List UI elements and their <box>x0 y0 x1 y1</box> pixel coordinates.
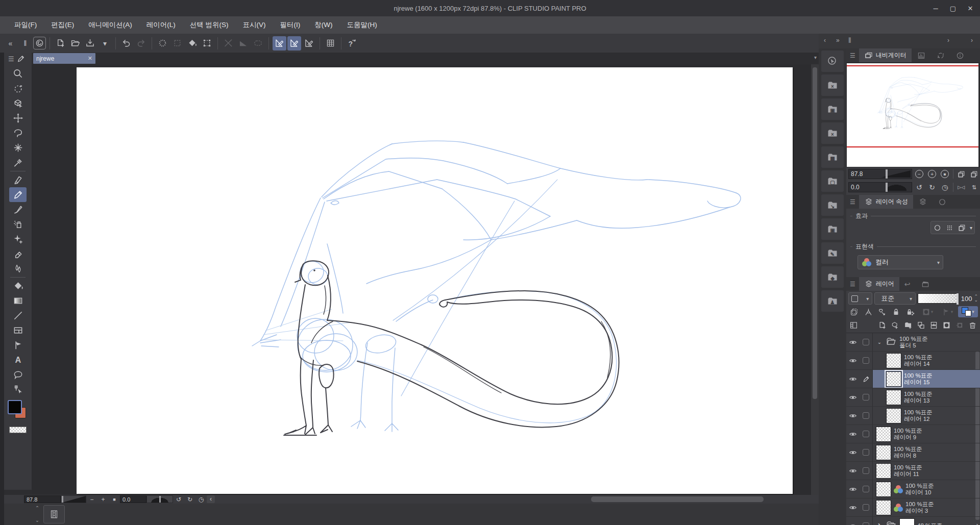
panel-collapse-left-icon[interactable]: ‹ <box>824 37 826 44</box>
fill-tool[interactable] <box>9 279 27 293</box>
navigator-panel-menu-icon[interactable]: ☰ <box>846 52 859 59</box>
layer-checkbox[interactable] <box>860 333 873 351</box>
horizontal-scrollbar-thumb[interactable] <box>591 496 764 502</box>
canvas-tab[interactable]: njrewe ✕ <box>33 53 95 64</box>
text-tool[interactable] <box>9 353 27 367</box>
tab-layer[interactable]: 레이어 <box>859 277 899 291</box>
tab-tool-nav[interactable] <box>933 195 952 209</box>
rotate-canvas-tool[interactable] <box>9 81 27 96</box>
layer-visibility-eye-icon[interactable] <box>846 498 860 516</box>
navigator-flip-copy2-icon[interactable] <box>968 168 980 180</box>
help-icon[interactable] <box>345 36 359 51</box>
layer-row[interactable]: ⌄100 %표준폴더 5 <box>846 333 980 352</box>
tab-layer-property[interactable]: 레이어 속성 <box>859 195 913 209</box>
material-pose-icon[interactable]: ♟ <box>821 290 844 312</box>
layer-checkbox[interactable] <box>860 480 873 498</box>
layer-checkbox[interactable] <box>860 388 873 406</box>
brush-tool[interactable] <box>9 202 27 217</box>
zoom-slider-handle[interactable] <box>62 496 63 503</box>
navigator-zoom-in-icon[interactable]: + <box>926 168 938 180</box>
ruler-layer-icon[interactable] <box>862 306 874 317</box>
collapse-statusbar-icon[interactable]: ‹ <box>207 495 215 503</box>
deselect-icon[interactable] <box>156 36 169 51</box>
blend-mode-dropdown[interactable]: 표준 ▾ <box>874 292 916 305</box>
folder-collapse-chevron-icon[interactable]: ❯ <box>876 523 883 525</box>
gradient-tool[interactable] <box>9 293 27 308</box>
tab-layer-search[interactable] <box>913 195 933 209</box>
rotate-cw-button[interactable]: ↻ <box>184 496 195 503</box>
new-vector-layer-icon[interactable] <box>890 319 900 331</box>
enable-mask-icon[interactable]: ▾ <box>918 306 936 317</box>
tool-palette-menu-icon[interactable]: ☰ <box>8 55 14 63</box>
merge-with-lower-layer-icon[interactable] <box>928 319 939 331</box>
effect-dropdown-chevron-icon[interactable]: ▾ <box>970 225 972 231</box>
layer-visibility-eye-icon[interactable] <box>846 370 860 388</box>
navigator-rotation-field[interactable]: 0.0 <box>848 182 912 192</box>
minimize-button[interactable]: ─ <box>928 2 943 15</box>
scale-rotate-icon[interactable] <box>200 36 214 51</box>
layer-visibility-eye-icon[interactable] <box>846 443 860 461</box>
navigator-flip-horizontal-icon[interactable]: ▷◁ <box>955 182 967 193</box>
layer-editing-pencil-icon[interactable] <box>860 370 873 388</box>
object-tool[interactable] <box>9 96 27 111</box>
layer-visibility-eye-icon[interactable] <box>846 425 860 443</box>
layer-visibility-eye-icon[interactable] <box>846 333 860 351</box>
menu-item-4[interactable]: 선택 범위(S) <box>183 16 236 34</box>
zoom-slider[interactable] <box>61 495 86 503</box>
layer-reflect-icon[interactable] <box>958 223 966 232</box>
pencil-tool[interactable] <box>9 187 27 202</box>
layer-row[interactable]: 100 %표준레이어 9 <box>846 425 980 443</box>
navigator-flip-vertical-icon[interactable]: ⇅ <box>968 182 980 193</box>
reselect-icon[interactable] <box>170 36 184 51</box>
rotation-slider-handle[interactable] <box>159 496 161 503</box>
menu-item-1[interactable]: 편집(E) <box>44 16 81 34</box>
lock-transparent-pixels-icon[interactable] <box>904 306 916 317</box>
navigator-flip-copy-icon[interactable] <box>955 168 967 180</box>
material-frame-icon[interactable]: ▢ <box>821 170 844 192</box>
layer-panel-menu-icon[interactable]: ☰ <box>846 281 859 288</box>
layer-thumbnail[interactable] <box>886 371 901 387</box>
redo-icon[interactable] <box>134 36 148 51</box>
menu-item-0[interactable]: 파일(F) <box>7 16 44 34</box>
material-image2-icon[interactable]: ▣ <box>821 218 844 240</box>
layer-checkbox[interactable] <box>860 425 873 443</box>
layer-thumbnail[interactable] <box>886 353 901 368</box>
tab-subview[interactable] <box>931 48 950 62</box>
layer-visibility-eye-icon[interactable] <box>846 388 860 406</box>
layer-checkbox[interactable] <box>860 517 873 525</box>
selection-tool[interactable] <box>9 126 27 140</box>
canvas-horizontal-scrollbar[interactable] <box>215 495 819 504</box>
menu-item-6[interactable]: 필터(I) <box>273 16 308 34</box>
layer-visibility-eye-icon[interactable] <box>846 352 860 369</box>
rotate-ccw-button[interactable]: ↺ <box>173 496 184 503</box>
new-folder-icon[interactable] <box>902 319 913 331</box>
transfer-to-lower-layer-icon[interactable] <box>916 319 926 331</box>
balloon-tool[interactable] <box>9 367 27 382</box>
reference-layer-icon[interactable] <box>876 306 888 317</box>
layer-checkbox[interactable] <box>860 462 873 480</box>
layer-thumbnail[interactable] <box>876 482 891 497</box>
layer-thumbnail[interactable] <box>876 445 891 460</box>
menu-item-5[interactable]: 표시(V) <box>236 16 273 34</box>
layer-row[interactable]: 100 %표준레이어 14 <box>846 352 980 370</box>
operation-tool[interactable] <box>9 382 27 397</box>
material-shrink-icon[interactable]: ↘ <box>821 194 844 216</box>
layer-visibility-eye-icon[interactable] <box>846 462 860 480</box>
menu-item-3[interactable]: 레이어(L) <box>139 16 183 34</box>
layer-row[interactable]: ❯48 %표준 <box>846 517 980 525</box>
layer-thumbnail[interactable] <box>876 500 891 515</box>
layer-visibility-eye-icon[interactable] <box>846 480 860 498</box>
layer-row[interactable]: 100 %표준레이어 15 <box>846 370 980 388</box>
layer-checkbox[interactable] <box>860 352 873 369</box>
zoom-fit-button[interactable]: ■ <box>109 497 120 502</box>
material-monochrome-icon[interactable]: × <box>821 122 844 144</box>
new-document-icon[interactable] <box>54 36 67 51</box>
eraser-tool[interactable] <box>9 246 27 261</box>
reset-rotation-button[interactable]: ◷ <box>195 496 207 503</box>
main-color-swatch[interactable] <box>8 400 22 414</box>
folder-expand-chevron-icon[interactable]: ⌄ <box>876 339 883 345</box>
border-dashed-icon[interactable] <box>251 36 265 51</box>
navigator-preview[interactable] <box>846 62 980 167</box>
quick-access-icon[interactable] <box>821 51 844 72</box>
navigator-zoom-out-icon[interactable]: − <box>913 168 925 180</box>
